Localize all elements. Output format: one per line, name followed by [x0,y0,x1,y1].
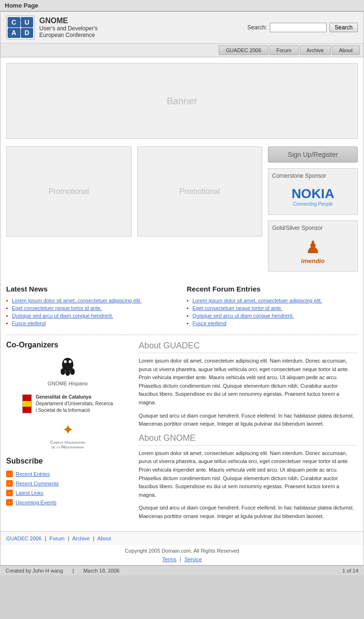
forum-link-1[interactable]: Lorem ipsum dolor sit amet, consectetuer… [193,298,322,303]
svg-point-4 [64,360,67,363]
about-gnome-para1: Lorem ipsum dolor sit amet, consectetuer… [139,449,358,500]
status-date: March 18, 2006 [83,568,119,573]
upcoming-events-link[interactable]: Upcoming Events [16,500,56,505]
list-item: Lorem ipsum dolor sit amet, consectetuer… [187,297,358,304]
page-wrapper: C U A D GNOME User's and Developer's Eur… [0,11,364,565]
list-item: Eget consectetuer neque tortor id ante. [6,304,178,312]
about-gnome-para2: Quisque sed arcu ut diam congue hendreri… [139,504,358,520]
list-item: Lorem ipsum dolor sit amet, consectetuer… [6,297,178,304]
header: C U A D GNOME User's and Developer's Eur… [0,12,364,44]
forum-list: Lorem ipsum dolor sit amet, consectetuer… [187,297,358,327]
generalitat-flag [22,394,32,413]
news-link-2[interactable]: Eget consectetuer neque tortor id ante. [12,305,102,311]
imendio-logo: ♟ imendio [272,234,354,267]
middle-row: Promotional Promotional Sign Up/Register… [6,146,358,277]
generalitat-text: Generalitat de Catalunya Departament d'U… [36,394,113,414]
status-left: Created by John H wang | March 18, 2006 [6,568,119,573]
status-bar: Created by John H wang | March 18, 2006 … [0,565,364,575]
subscribe-list: r Recent Entries r Recent Comments r Lat… [6,469,129,507]
service-link[interactable]: Service [185,556,202,562]
list-item: Eget consectetuer neque tortor id ante. [187,304,358,312]
forum-link-3[interactable]: Quisque sed arcu ut diam conque hendreri… [193,313,294,319]
footer-about-link[interactable]: About [98,536,111,541]
footer-forum-link[interactable]: Forum [50,536,65,541]
logo-area: C U A D GNOME User's and Developer's Eur… [6,16,98,39]
news-column: Latest News Lorem ipsum dolor sit amet, … [6,285,178,327]
recent-entries-link[interactable]: Recent Entries [16,471,50,477]
about-section: About GUADEC Lorem ipsum dolor sit amet,… [139,341,358,526]
copyright-text: Copyright 2005 Domain.com. All Rights Re… [125,548,240,554]
promo-box-1: Promotional [6,146,132,237]
logo-cell-2: U [21,17,34,27]
news-link-1[interactable]: Lorem ipsum dolor sit amet, consectetuer… [12,298,142,303]
gnome-logo-box: GNOME Hispano [48,355,88,386]
svg-point-2 [65,369,70,376]
imendio-name: imendio [301,257,325,264]
campus-star-icon: ✦ [62,421,74,438]
logo-cell-4: D [21,28,34,38]
co-organizers-title: Co-Organizers [6,341,129,349]
footer-guadec-link[interactable]: GUADEC 2006 [6,536,42,541]
logo-cell-1: C [8,17,20,27]
title-bar: Home Page [0,0,364,11]
divider [6,335,358,335]
svg-point-3 [70,368,75,375]
site-tagline1: User's and Developer's [39,25,98,32]
footer-archive-link[interactable]: Archive [72,536,90,541]
list-item: r Recent Entries [6,469,129,479]
tab-about[interactable]: About [332,46,360,55]
nokia-sub: Connecting People [292,201,334,207]
news-title: Latest News [6,285,178,293]
signup-button[interactable]: Sign Up/Register [268,146,358,163]
nokia-name: NOKIA [292,186,334,201]
forum-title: Recent Forum Entries [187,285,358,293]
tab-archive[interactable]: Archive [300,46,331,55]
forum-link-4[interactable]: Fusce eleifend [193,320,227,326]
cornerstone-sponsor-box: Cornerstone Sponsor NOKIA Connecting Peo… [268,168,358,215]
forum-link-2[interactable]: Eget consectetuer neque tortor id ante. [193,305,283,311]
news-link-4[interactable]: Fusce eleifend [12,320,46,326]
rss-icon: r [6,499,13,506]
about-gnome-title: About GNOME [139,433,358,446]
forum-column: Recent Forum Entries Lorem ipsum dolor s… [187,285,358,327]
latest-links-link[interactable]: Latest Links [16,490,44,496]
gnome-organizer: GNOME Hispano [6,355,129,386]
rss-icon: r [6,490,13,496]
promo-row: Promotional Promotional [6,146,262,237]
banner-area: Banner [6,63,358,139]
svg-point-1 [61,368,65,375]
list-item: Fusce eleifend [187,319,358,327]
gold-sponsor-title: Gold/Silver Sponsor [272,225,354,231]
imendio-icon: ♟ [305,237,320,257]
recent-comments-link[interactable]: Recent Comments [16,481,59,486]
tab-guadec[interactable]: GUADEC 2006 [219,46,268,55]
campus-organizer: ✦ Campus Universitari de la Mediterrània [6,421,129,449]
promo-section: Promotional Promotional [6,146,262,277]
list-item: Fusce eleifend [6,319,178,327]
campus-label: Campus Universitari de la Mediterrània [50,440,85,449]
status-page: 1 of 14 [342,568,358,573]
search-input[interactable] [270,23,327,32]
search-label: Search: [248,24,267,31]
news-link-3[interactable]: Quisque sed arcu ut diam conque hendreri… [12,313,113,319]
search-button[interactable]: Search [329,23,358,32]
rss-icon: r [6,480,13,487]
terms-link[interactable]: Terms [162,556,177,562]
bottom-section: Co-Organizers [6,341,358,526]
nav-bar: GUADEC 2006 Forum Archive About [0,44,364,57]
site-name: GNOME [39,17,98,25]
rss-icon: r [6,471,13,477]
about-guadec-title: About GUADEC [139,341,358,353]
about-guadec-para2: Quisque sed arcu ut diam congue hendreri… [139,412,358,428]
search-area: Search: Search [248,23,358,32]
copyright: Copyright 2005 Domain.com. All Rights Re… [0,545,364,556]
site-tagline2: European Conference [39,32,98,38]
banner-label: Banner [167,96,197,107]
tab-forum[interactable]: Forum [269,46,299,55]
svg-point-5 [69,360,71,363]
co-organizers: Co-Organizers [6,341,129,449]
news-list: Lorem ipsum dolor sit amet, consectetuer… [6,297,178,327]
main-content: Banner Promotional Promotional Sign Up/R… [0,57,364,531]
list-item: r Recent Comments [6,479,129,488]
status-separator: | [72,568,74,573]
